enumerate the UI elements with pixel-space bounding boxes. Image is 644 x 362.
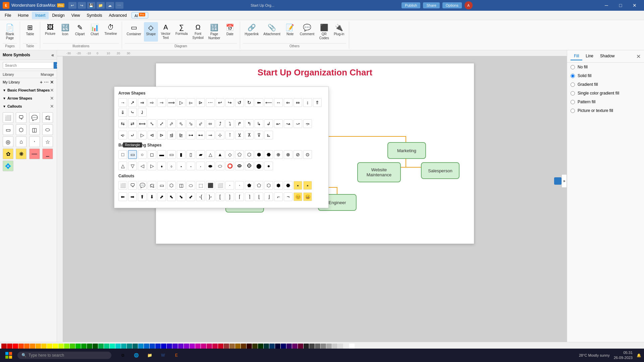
shadow-tab[interactable]: Shadow [597,52,618,60]
color-swatch[interactable] [155,344,161,349]
color-swatch[interactable] [93,344,98,349]
shape-item[interactable]: ⬞ [29,136,40,147]
color-swatch[interactable] [138,344,144,349]
basic-shape-btn[interactable]: ⭖ [235,162,244,170]
arrow-shape-btn[interactable]: ⇒ [138,98,147,107]
arrow-shape-btn[interactable]: ⋯ [206,98,215,107]
menu-design[interactable]: Design [49,12,68,19]
options-button[interactable]: Options [442,2,462,8]
save-button[interactable]: 💾 [87,2,95,9]
ribbon-hyperlink[interactable]: 🔗 Hyperlink [243,22,261,42]
color-swatch[interactable] [269,344,275,349]
callout-shape-btn[interactable]: ⌊ [255,192,263,201]
color-swatch[interactable] [18,344,24,349]
arrow-shape-btn[interactable]: ↳ [255,119,263,128]
taskbar-app-edrawmax[interactable]: E [170,349,182,361]
org-node-salesperson[interactable]: Salesperson [421,162,460,179]
basic-shape-btn[interactable]: ⭕ [225,162,234,170]
basic-shape-btn[interactable]: △ [118,162,127,170]
shape-item[interactable]: ◎ [3,136,13,147]
color-swatch[interactable] [224,344,229,349]
color-swatch[interactable] [207,344,212,349]
menu-advanced[interactable]: Advanced [106,12,130,19]
arrow-shape-btn[interactable]: ↕ [303,98,312,107]
basic-shape-btn[interactable]: □ [118,150,127,159]
arrow-shape-btn[interactable]: ⤻ [293,119,302,128]
color-swatch[interactable] [286,344,292,349]
color-swatch[interactable] [172,344,178,349]
color-swatch[interactable] [110,344,115,349]
basic-shape-btn[interactable]: ⊗ [284,150,292,159]
arrow-shape-btn[interactable]: ⊸ [206,131,215,139]
color-swatch[interactable] [144,344,149,349]
shape-item[interactable]: ❋ [16,148,26,159]
section-callouts[interactable]: ▼ Callouts ✕ [0,102,57,110]
color-swatch[interactable] [87,344,92,349]
arrow-shape-btn[interactable]: ⊷ [196,131,205,139]
arrow-shape-btn[interactable]: ⊲ [148,131,156,139]
arrow-shape-btn[interactable]: ⟺ [138,119,147,128]
arrow-shape-btn[interactable]: ⟵ [264,98,273,107]
fill-tab[interactable]: Fill [571,52,582,60]
arrow-shape-btn[interactable]: ⊽ [255,131,263,139]
color-swatch[interactable] [304,344,309,349]
ribbon-vector-text[interactable]: A VectorText [159,22,173,42]
arrow-shape-btn[interactable]: ⊺ [225,131,234,139]
taskbar-app-task-view[interactable]: ⧉ [117,349,129,361]
arrow-shape-btn[interactable]: ⤵ [225,119,234,128]
color-swatch[interactable] [58,344,64,349]
callouts-close[interactable]: ✕ [50,104,54,109]
basic-shape-btn[interactable]: ▷ [148,162,156,170]
more-library-button[interactable]: ⋯ [44,79,49,85]
arrow-shape-btn[interactable]: ↺ [235,98,244,107]
search-input[interactable] [3,62,54,69]
callout-shape-btn[interactable]: ➡ [128,192,137,201]
basic-shape-btn[interactable]: ⬧ [157,162,166,170]
manage-button[interactable]: Manage [41,72,54,76]
basic-flowchart-close[interactable]: ✕ [50,87,54,93]
arrow-shape-btn[interactable]: ⤢ [157,119,166,128]
color-swatch[interactable] [235,344,240,349]
add-library-button[interactable]: + [40,79,43,85]
fill-panel-close[interactable]: ✕ [636,53,641,60]
color-swatch[interactable] [201,344,206,349]
color-swatch[interactable] [332,344,337,349]
color-swatch[interactable] [338,344,343,349]
basic-shape-btn[interactable]: ⬪ [186,162,195,170]
color-swatch[interactable] [121,344,126,349]
arrow-shape-btn[interactable]: ⇆ [118,119,127,128]
org-node-marketing[interactable]: Marketing [387,142,426,159]
org-node-website[interactable]: WebsiteMaintenance [357,162,401,182]
arrow-shape-btn[interactable]: ⇔ [293,98,302,107]
color-swatch[interactable] [150,344,155,349]
arrow-shape-btn[interactable]: ↔ [274,98,283,107]
color-swatch[interactable] [309,344,315,349]
arrow-shape-btn[interactable]: ⊼ [245,131,254,139]
basic-shape-btn[interactable]: ⭗ [245,162,254,170]
callout-shape-btn[interactable]: ⬅ [118,192,127,201]
callout-shape-btn[interactable]: ⬉ [167,192,176,201]
shape-item[interactable]: ⬭ [42,124,53,135]
basic-shape-btn[interactable]: ◁ [138,162,147,170]
close-library-button[interactable]: ✕ [50,79,54,85]
arrow-shape-btn[interactable]: → [118,98,127,107]
fill-radio-picture[interactable] [571,109,575,113]
basic-shape-btn[interactable]: ⬩ [177,162,185,170]
taskbar-app-file-explorer[interactable]: 📁 [144,349,156,361]
color-swatch[interactable] [326,344,332,349]
menu-ai[interactable]: AI Pro [131,12,148,19]
arrow-shape-btn[interactable]: ↜ [274,119,283,128]
basic-shape-btn[interactable]: ▰ [196,150,205,159]
arrow-shape-btn[interactable]: ⟹ [167,98,176,107]
color-swatch[interactable] [241,344,246,349]
shape-item[interactable]: ✿ [3,148,13,159]
fill-radio-pattern[interactable] [571,100,575,104]
ribbon-picture[interactable]: 🖼 Picture [43,22,57,38]
arrow-shape-btn[interactable]: ⊴ [167,131,176,139]
shape-item[interactable]: ⌂ [16,136,26,147]
arrow-shape-btn[interactable]: ⊾ [264,131,273,139]
ribbon-chart[interactable]: 📊 Chart [88,22,102,38]
undo-button[interactable]: ↩ [68,2,76,9]
callout-shape-btn[interactable]: ⬠ [255,181,263,190]
arrow-shape-btn[interactable]: ↻ [245,98,254,107]
